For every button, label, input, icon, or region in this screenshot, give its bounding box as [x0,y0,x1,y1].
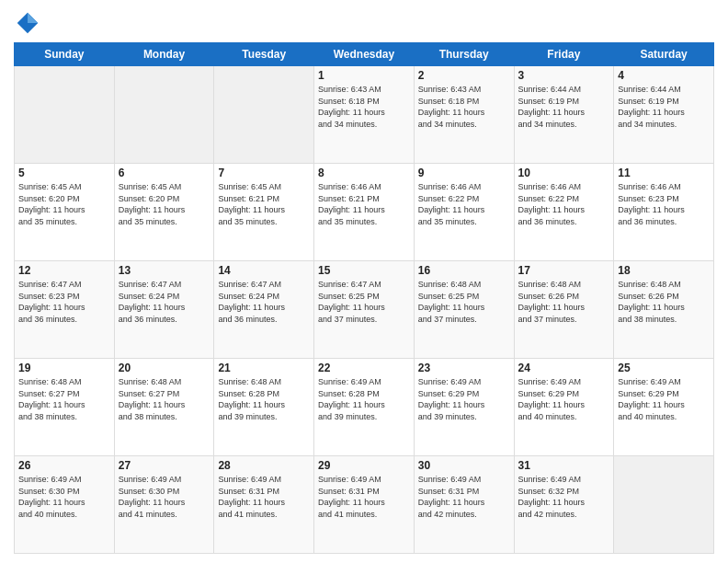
day-number: 3 [518,69,610,82]
day-info: Sunrise: 6:45 AM Sunset: 6:20 PM Dayligh… [119,181,210,227]
calendar-header-row: Sunday Monday Tuesday Wednesday Thursday… [15,43,714,66]
table-row: 2Sunrise: 6:43 AM Sunset: 6:18 PM Daylig… [414,66,514,164]
day-info: Sunrise: 6:48 AM Sunset: 6:27 PM Dayligh… [119,376,210,422]
day-info: Sunrise: 6:46 AM Sunset: 6:23 PM Dayligh… [618,181,710,227]
table-row: 15Sunrise: 6:47 AM Sunset: 6:25 PM Dayli… [314,261,415,359]
calendar-table: Sunday Monday Tuesday Wednesday Thursday… [14,42,714,554]
table-row: 17Sunrise: 6:48 AM Sunset: 6:26 PM Dayli… [514,261,614,359]
day-number: 13 [119,264,210,277]
day-info: Sunrise: 6:49 AM Sunset: 6:32 PM Dayligh… [518,474,610,520]
day-info: Sunrise: 6:49 AM Sunset: 6:28 PM Dayligh… [318,376,410,422]
table-row: 14Sunrise: 6:47 AM Sunset: 6:24 PM Dayli… [214,261,314,359]
table-row: 4Sunrise: 6:44 AM Sunset: 6:19 PM Daylig… [614,66,714,164]
day-number: 10 [518,167,610,179]
day-info: Sunrise: 6:49 AM Sunset: 6:31 PM Dayligh… [318,474,410,520]
day-info: Sunrise: 6:49 AM Sunset: 6:30 PM Dayligh… [119,474,210,520]
day-info: Sunrise: 6:49 AM Sunset: 6:31 PM Dayligh… [218,474,310,520]
day-info: Sunrise: 6:43 AM Sunset: 6:18 PM Dayligh… [418,84,510,130]
col-sunday: Sunday [15,43,115,66]
day-info: Sunrise: 6:47 AM Sunset: 6:25 PM Dayligh… [318,279,410,325]
table-row: 1Sunrise: 6:43 AM Sunset: 6:18 PM Daylig… [314,66,415,164]
day-info: Sunrise: 6:49 AM Sunset: 6:30 PM Dayligh… [18,474,110,520]
table-row [614,456,714,554]
day-info: Sunrise: 6:48 AM Sunset: 6:28 PM Dayligh… [218,376,310,422]
table-row [15,66,115,164]
day-number: 31 [518,459,610,472]
day-number: 20 [119,362,210,374]
day-info: Sunrise: 6:45 AM Sunset: 6:21 PM Dayligh… [218,181,310,227]
day-number: 2 [418,69,510,82]
day-number: 15 [318,264,410,277]
day-number: 21 [218,362,310,374]
day-number: 8 [318,167,410,179]
day-info: Sunrise: 6:49 AM Sunset: 6:29 PM Dayligh… [418,376,510,422]
day-info: Sunrise: 6:47 AM Sunset: 6:24 PM Dayligh… [119,279,210,325]
table-row: 10Sunrise: 6:46 AM Sunset: 6:22 PM Dayli… [514,164,614,261]
day-number: 26 [18,459,110,472]
day-number: 18 [618,264,710,277]
table-row: 5Sunrise: 6:45 AM Sunset: 6:20 PM Daylig… [15,164,115,261]
logo [14,9,45,37]
table-row: 31Sunrise: 6:49 AM Sunset: 6:32 PM Dayli… [514,456,614,554]
day-number: 23 [418,362,510,374]
header [14,9,714,37]
day-info: Sunrise: 6:47 AM Sunset: 6:24 PM Dayligh… [218,279,310,325]
day-info: Sunrise: 6:43 AM Sunset: 6:18 PM Dayligh… [318,84,410,130]
day-number: 4 [618,69,710,82]
table-row: 25Sunrise: 6:49 AM Sunset: 6:29 PM Dayli… [614,359,714,456]
day-number: 28 [218,459,310,472]
day-info: Sunrise: 6:44 AM Sunset: 6:19 PM Dayligh… [518,84,610,130]
day-info: Sunrise: 6:49 AM Sunset: 6:29 PM Dayligh… [518,376,610,422]
table-row [114,66,214,164]
col-wednesday: Wednesday [314,43,415,66]
day-number: 6 [119,167,210,179]
day-info: Sunrise: 6:48 AM Sunset: 6:26 PM Dayligh… [618,279,710,325]
calendar-week-row: 12Sunrise: 6:47 AM Sunset: 6:23 PM Dayli… [15,261,714,359]
table-row: 21Sunrise: 6:48 AM Sunset: 6:28 PM Dayli… [214,359,314,456]
table-row: 22Sunrise: 6:49 AM Sunset: 6:28 PM Dayli… [314,359,415,456]
day-number: 22 [318,362,410,374]
table-row: 24Sunrise: 6:49 AM Sunset: 6:29 PM Dayli… [514,359,614,456]
day-number: 5 [18,167,110,179]
table-row: 19Sunrise: 6:48 AM Sunset: 6:27 PM Dayli… [15,359,115,456]
day-info: Sunrise: 6:48 AM Sunset: 6:26 PM Dayligh… [518,279,610,325]
day-info: Sunrise: 6:48 AM Sunset: 6:27 PM Dayligh… [18,376,110,422]
day-number: 16 [418,264,510,277]
table-row: 3Sunrise: 6:44 AM Sunset: 6:19 PM Daylig… [514,66,614,164]
table-row: 7Sunrise: 6:45 AM Sunset: 6:21 PM Daylig… [214,164,314,261]
table-row: 26Sunrise: 6:49 AM Sunset: 6:30 PM Dayli… [15,456,115,554]
day-info: Sunrise: 6:44 AM Sunset: 6:19 PM Dayligh… [618,84,710,130]
day-info: Sunrise: 6:46 AM Sunset: 6:22 PM Dayligh… [518,181,610,227]
table-row: 23Sunrise: 6:49 AM Sunset: 6:29 PM Dayli… [414,359,514,456]
table-row: 6Sunrise: 6:45 AM Sunset: 6:20 PM Daylig… [114,164,214,261]
table-row [214,66,314,164]
col-friday: Friday [514,43,614,66]
table-row: 30Sunrise: 6:49 AM Sunset: 6:31 PM Dayli… [414,456,514,554]
day-info: Sunrise: 6:48 AM Sunset: 6:25 PM Dayligh… [418,279,510,325]
table-row: 27Sunrise: 6:49 AM Sunset: 6:30 PM Dayli… [114,456,214,554]
day-number: 19 [18,362,110,374]
day-info: Sunrise: 6:46 AM Sunset: 6:21 PM Dayligh… [318,181,410,227]
table-row: 13Sunrise: 6:47 AM Sunset: 6:24 PM Dayli… [114,261,214,359]
table-row: 9Sunrise: 6:46 AM Sunset: 6:22 PM Daylig… [414,164,514,261]
day-info: Sunrise: 6:47 AM Sunset: 6:23 PM Dayligh… [18,279,110,325]
table-row: 16Sunrise: 6:48 AM Sunset: 6:25 PM Dayli… [414,261,514,359]
day-number: 12 [18,264,110,277]
page: Sunday Monday Tuesday Wednesday Thursday… [0,0,728,563]
table-row: 28Sunrise: 6:49 AM Sunset: 6:31 PM Dayli… [214,456,314,554]
col-monday: Monday [114,43,214,66]
day-number: 27 [119,459,210,472]
table-row: 18Sunrise: 6:48 AM Sunset: 6:26 PM Dayli… [614,261,714,359]
col-saturday: Saturday [614,43,714,66]
calendar-week-row: 19Sunrise: 6:48 AM Sunset: 6:27 PM Dayli… [15,359,714,456]
day-number: 9 [418,167,510,179]
day-number: 1 [318,69,410,82]
day-number: 25 [618,362,710,374]
table-row: 8Sunrise: 6:46 AM Sunset: 6:21 PM Daylig… [314,164,415,261]
day-number: 11 [618,167,710,179]
day-number: 24 [518,362,610,374]
day-info: Sunrise: 6:45 AM Sunset: 6:20 PM Dayligh… [18,181,110,227]
day-number: 29 [318,459,410,472]
table-row: 11Sunrise: 6:46 AM Sunset: 6:23 PM Dayli… [614,164,714,261]
col-tuesday: Tuesday [214,43,314,66]
